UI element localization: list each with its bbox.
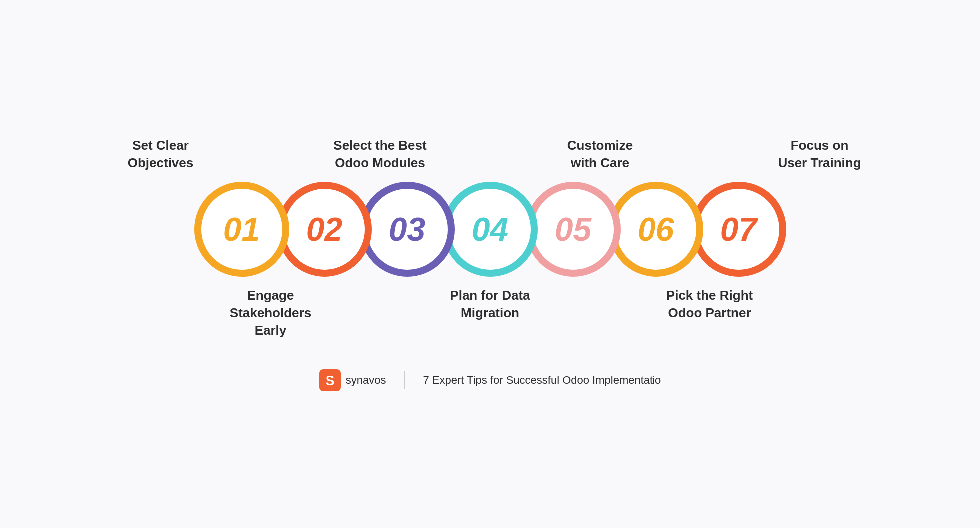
label-bot-col-5 bbox=[545, 277, 655, 332]
step-label-6-bottom: Pick the RightOdoo Partner bbox=[664, 277, 755, 332]
brand-logo: S synavos bbox=[319, 369, 386, 391]
step-number-4: 04 bbox=[472, 210, 508, 248]
step-number-6: 06 bbox=[638, 210, 674, 248]
bottom-labels-row: EngageStakeholdersEarly Plan for DataMig… bbox=[106, 277, 875, 339]
circles-row: 01 02 03 04 05 06 07 bbox=[200, 182, 780, 277]
step-circle-6: 06 bbox=[609, 182, 703, 277]
brand-name: synavos bbox=[346, 374, 386, 387]
svg-text:S: S bbox=[325, 373, 334, 388]
step-number-1: 01 bbox=[223, 210, 260, 248]
step-label-4-empty bbox=[488, 137, 493, 182]
label-col-3: Select the BestOdoo Modules bbox=[326, 137, 435, 182]
label-bot-col-2: EngageStakeholdersEarly bbox=[216, 277, 326, 339]
main-container: Set ClearObjectives Select the BestOdoo … bbox=[0, 137, 980, 391]
step-label-7-top: Focus onUser Training bbox=[775, 137, 863, 182]
step-label-3-top: Select the BestOdoo Modules bbox=[331, 137, 429, 182]
step-number-7: 07 bbox=[720, 210, 757, 248]
label-col-1: Set ClearObjectives bbox=[106, 137, 216, 182]
step-label-2-bottom: EngageStakeholdersEarly bbox=[227, 277, 314, 339]
step-label-2-empty bbox=[268, 137, 273, 182]
label-bot-col-3 bbox=[326, 277, 435, 332]
step-circle-7: 07 bbox=[691, 182, 786, 277]
step-circle-1: 01 bbox=[194, 182, 289, 277]
footer-tagline: 7 Expert Tips for Successful Odoo Implem… bbox=[423, 374, 661, 387]
label-col-6 bbox=[655, 137, 765, 182]
label-bot-col-4: Plan for DataMigration bbox=[435, 277, 545, 332]
step-circle-4: 04 bbox=[443, 182, 538, 277]
label-col-4 bbox=[435, 137, 545, 182]
step-label-7-empty-bottom bbox=[817, 277, 822, 332]
step-number-2: 02 bbox=[306, 210, 342, 248]
step-label-1-top: Set ClearObjectives bbox=[125, 137, 196, 182]
footer-divider bbox=[404, 371, 405, 389]
step-label-6-empty bbox=[707, 137, 712, 182]
step-number-3: 03 bbox=[389, 210, 425, 248]
label-bot-col-1 bbox=[106, 277, 216, 332]
label-col-7: Focus onUser Training bbox=[765, 137, 875, 182]
steps-layout: Set ClearObjectives Select the BestOdoo … bbox=[106, 137, 875, 339]
top-labels-row: Set ClearObjectives Select the BestOdoo … bbox=[106, 137, 875, 182]
footer: S synavos 7 Expert Tips for Successful O… bbox=[319, 369, 661, 391]
step-label-5-empty-bottom bbox=[598, 277, 603, 332]
step-number-5: 05 bbox=[555, 210, 591, 248]
label-bot-col-6: Pick the RightOdoo Partner bbox=[655, 277, 765, 332]
label-col-2 bbox=[216, 137, 326, 182]
label-col-5: Customizewith Care bbox=[545, 137, 655, 182]
step-label-3-empty-bottom bbox=[378, 277, 383, 332]
step-circle-3: 03 bbox=[360, 182, 455, 277]
step-label-4-bottom: Plan for DataMigration bbox=[447, 277, 532, 332]
label-bot-col-7 bbox=[765, 277, 875, 332]
step-circle-5: 05 bbox=[526, 182, 621, 277]
step-label-5-top: Customizewith Care bbox=[565, 137, 635, 182]
step-label-1-empty-bottom bbox=[158, 277, 163, 332]
synavos-logo-icon: S bbox=[319, 369, 341, 391]
step-circle-2: 02 bbox=[277, 182, 372, 277]
